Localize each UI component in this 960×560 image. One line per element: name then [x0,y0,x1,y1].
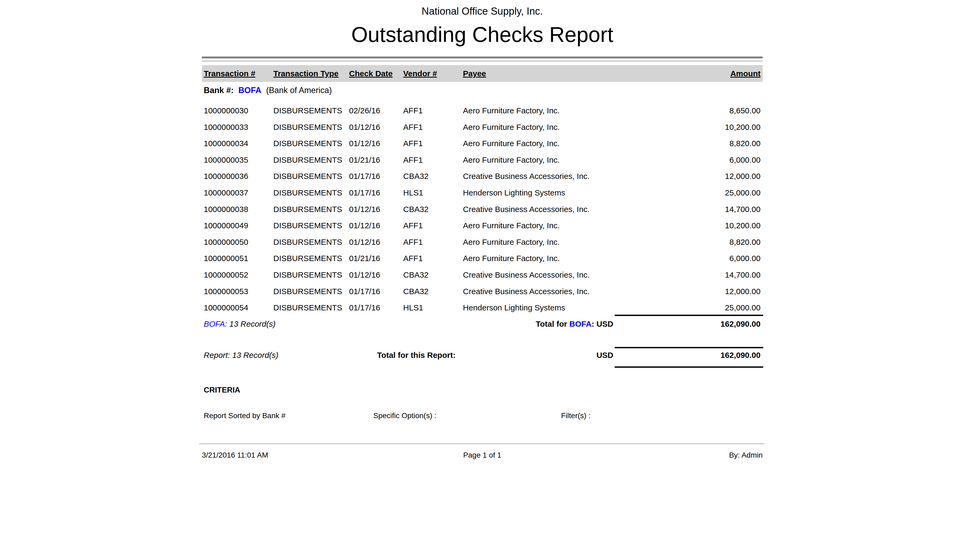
cell-payee: Creative Business Accessories, Inc. [463,172,590,181]
cell-vendor: CBA32 [403,287,429,296]
cell-check-date: 01/17/16 [349,172,380,181]
bank-total-bank-link[interactable]: BOFA [569,320,592,328]
cell-payee: Aero Furniture Factory, Inc. [463,254,560,263]
table-row: 1000000034 DISBURSEMENTS 01/12/16 AFF1 A… [202,139,763,148]
report-total-rule-bottom [615,366,763,368]
cell-amount: 8,650.00 [729,106,760,115]
cell-type: DISBURSEMENTS [274,270,342,280]
cell-type: DISBURSEMENTS [274,254,342,263]
cell-check-date: 01/12/16 [349,205,380,214]
footer-divider [199,443,765,444]
report-page: National Office Supply, Inc. Outstanding… [0,0,960,560]
cell-transaction: 1000000049 [204,221,248,230]
criteria-sorted-by: Report Sorted by Bank # [204,411,286,420]
cell-check-date: 01/17/16 [349,303,380,312]
bank-total-row: BOFA: 13 Record(s) Total for BOFA: USD 1… [202,319,763,329]
cell-transaction: 1000000038 [204,205,248,214]
cell-transaction: 1000000054 [204,303,248,312]
table-row: 1000000030 DISBURSEMENTS 02/26/16 AFF1 A… [202,106,763,115]
cell-check-date: 01/17/16 [349,188,380,197]
cell-payee: Aero Furniture Factory, Inc. [463,123,560,132]
cell-amount: 8,820.00 [729,238,760,247]
cell-payee: Creative Business Accessories, Inc. [463,205,590,214]
cell-payee: Creative Business Accessories, Inc. [463,287,590,296]
cell-amount: 25,000.00 [725,188,760,197]
cell-type: DISBURSEMENTS [274,221,342,230]
bank-total-rule [615,315,763,316]
cell-check-date: 01/12/16 [349,221,380,230]
cell-transaction: 1000000053 [204,287,248,296]
cell-payee: Henderson Lighting Systems [463,303,565,312]
column-header-check-date: Check Date [349,69,392,78]
bank-code-link[interactable]: BOFA [238,86,261,95]
cell-amount: 14,700.00 [725,205,760,214]
table-row: 1000000049 DISBURSEMENTS 01/12/16 AFF1 A… [202,221,763,230]
cell-transaction: 1000000035 [204,155,248,165]
bank-total-label-prefix: Total for [536,320,567,328]
cell-vendor: CBA32 [403,205,429,214]
bank-records-code-link[interactable]: BOFA [204,320,225,328]
cell-vendor: CBA32 [403,270,429,280]
cell-type: DISBURSEMENTS [274,123,342,132]
bank-total-amount: 162,090.00 [720,319,760,329]
cell-vendor: AFF1 [403,254,423,263]
bank-group-line: Bank #: BOFA (Bank of America) [204,86,332,95]
cell-type: DISBURSEMENTS [274,287,342,296]
criteria-filters: Filter(s) : [561,411,590,420]
cell-type: DISBURSEMENTS [274,238,342,247]
column-header-type: Transaction Type [274,69,339,78]
cell-check-date: 01/12/16 [349,238,380,247]
criteria-heading: CRITERIA [204,385,240,394]
table-row: 1000000050 DISBURSEMENTS 01/12/16 AFF1 A… [202,238,763,247]
cell-payee: Aero Furniture Factory, Inc. [463,106,560,115]
column-header-vendor: Vendor # [403,69,437,78]
report-total-amount: 162,090.00 [720,350,760,360]
cell-vendor: AFF1 [403,155,423,165]
report-total-row: Report: 13 Record(s) Total for this Repo… [202,350,763,360]
table-row: 1000000036 DISBURSEMENTS 01/17/16 CBA32 … [202,172,763,181]
cell-amount: 6,000.00 [729,254,760,263]
bank-records: BOFA: 13 Record(s) [204,319,276,329]
report-total-rule-top [615,347,763,348]
cell-check-date: 01/12/16 [349,139,380,148]
cell-amount: 12,000.00 [725,172,760,181]
footer-printed-by: By: Admin [729,451,763,460]
cell-type: DISBURSEMENTS [274,303,342,312]
cell-payee: Aero Furniture Factory, Inc. [463,139,560,148]
cell-amount: 10,200.00 [725,221,760,230]
table-row: 1000000038 DISBURSEMENTS 01/12/16 CBA32 … [202,205,763,214]
cell-payee: Aero Furniture Factory, Inc. [463,221,560,230]
cell-vendor: HLS1 [403,188,423,197]
bank-records-text: : 13 Record(s) [225,320,275,328]
cell-check-date: 01/12/16 [349,123,380,132]
cell-vendor: AFF1 [403,123,423,132]
report-records: Report: 13 Record(s) [204,350,278,360]
company-name: National Office Supply, Inc. [202,5,763,17]
cell-transaction: 1000000050 [204,238,248,247]
cell-transaction: 1000000037 [204,188,248,197]
column-header-amount: Amount [730,69,760,78]
table-row: 1000000037 DISBURSEMENTS 01/17/16 HLS1 H… [202,188,763,197]
table-row: 1000000053 DISBURSEMENTS 01/17/16 CBA32 … [202,287,763,296]
cell-vendor: CBA32 [403,172,429,181]
cell-type: DISBURSEMENTS [274,106,342,115]
page-title: Outstanding Checks Report [202,21,763,48]
footer-row: 3/21/2016 11:01 AM Page 1 of 1 By: Admin [202,451,763,460]
cell-amount: 12,000.00 [725,287,760,296]
table-row: 1000000035 DISBURSEMENTS 01/21/16 AFF1 A… [202,155,763,165]
report-total-label: Total for this Report: [377,350,456,360]
cell-payee: Creative Business Accessories, Inc. [463,270,590,280]
cell-amount: 10,200.00 [725,123,760,132]
cell-check-date: 01/17/16 [349,287,380,296]
cell-transaction: 1000000036 [204,172,248,181]
table-row: 1000000051 DISBURSEMENTS 01/21/16 AFF1 A… [202,254,763,263]
cell-check-date: 01/12/16 [349,270,380,280]
cell-amount: 6,000.00 [729,155,760,165]
cell-check-date: 01/21/16 [349,254,380,263]
cell-transaction: 1000000052 [204,270,248,280]
cell-vendor: AFF1 [403,238,423,247]
cell-amount: 25,000.00 [725,303,760,312]
bank-total-label-suffix: : USD [592,320,613,328]
column-header-transaction: Transaction # [204,69,255,78]
table-row: 1000000033 DISBURSEMENTS 01/12/16 AFF1 A… [202,123,763,132]
